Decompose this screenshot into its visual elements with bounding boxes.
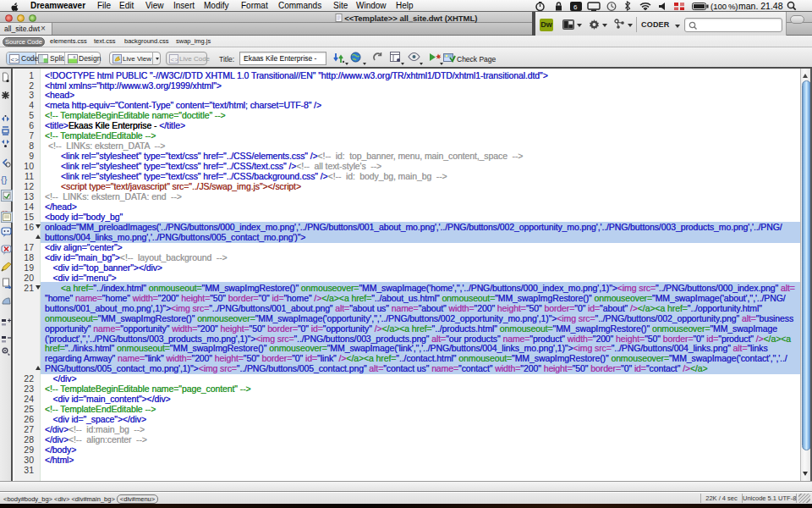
svg-text:{}: {} — [1, 174, 8, 185]
svg-text:<>: <> — [11, 55, 19, 63]
svg-text:6: 6 — [573, 3, 578, 11]
svg-text:<>: <> — [171, 56, 179, 64]
